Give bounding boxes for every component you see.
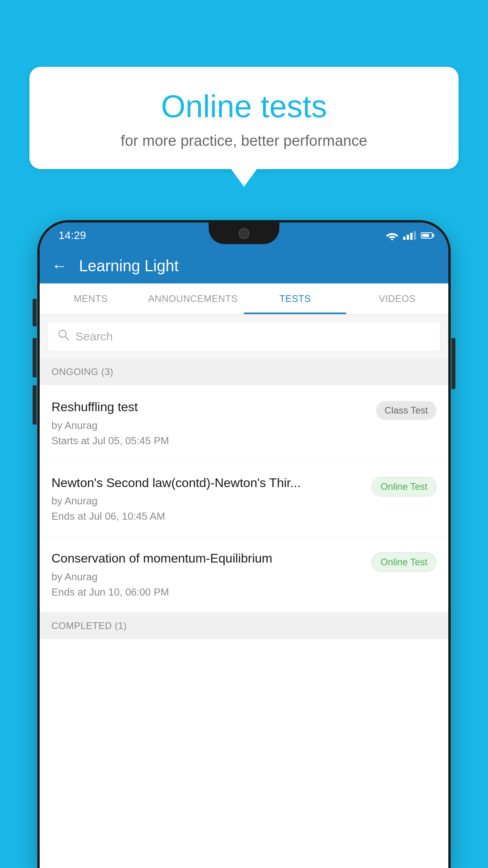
test-item[interactable]: Conservation of momentum-Equilibrium by … — [40, 537, 448, 612]
tabs-container: MENTS ANNOUNCEMENTS TESTS VIDEOS — [40, 283, 448, 314]
tab-videos[interactable]: VIDEOS — [346, 283, 448, 314]
battery-icon — [421, 232, 433, 239]
svg-line-2 — [65, 337, 69, 340]
back-button[interactable]: ← — [51, 257, 67, 275]
tab-tests[interactable]: TESTS — [244, 283, 346, 314]
speech-bubble-title: Online tests — [53, 88, 435, 125]
phone-screen: 14:29 — [40, 223, 448, 868]
test-info: Newton's Second law(contd)-Newton's Thir… — [51, 475, 363, 523]
test-badge-online: Online Test — [371, 552, 437, 572]
app-title: Learning Light — [79, 257, 179, 275]
test-author: by Anurag — [51, 419, 368, 432]
test-badge-online: Online Test — [371, 477, 437, 497]
search-icon — [58, 329, 70, 344]
test-item[interactable]: Newton's Second law(contd)-Newton's Thir… — [40, 461, 448, 537]
wifi-icon — [386, 231, 398, 240]
test-date: Ends at Jun 10, 06:00 PM — [51, 586, 363, 598]
speech-bubble-subtitle: for more practice, better performance — [53, 132, 435, 149]
status-icons — [386, 231, 433, 240]
completed-section-header: COMPLETED (1) — [40, 612, 448, 639]
test-item[interactable]: Reshuffling test by Anurag Starts at Jul… — [40, 385, 448, 461]
phone-frame: 14:29 — [37, 220, 451, 868]
speech-bubble: Online tests for more practice, better p… — [29, 67, 459, 169]
test-info: Reshuffling test by Anurag Starts at Jul… — [51, 399, 368, 447]
phone-btn-volume-up — [33, 338, 37, 377]
ongoing-section-header: ONGOING (3) — [40, 359, 448, 385]
tab-ments[interactable]: MENTS — [40, 283, 142, 314]
test-info: Conservation of momentum-Equilibrium by … — [51, 550, 363, 598]
signal-icon — [403, 231, 416, 240]
test-author: by Anurag — [51, 571, 363, 583]
search-input[interactable]: Search — [75, 330, 113, 343]
app-header: ← Learning Light — [40, 248, 448, 283]
test-author: by Anurag — [51, 495, 363, 507]
phone-btn-volume-down — [33, 385, 37, 425]
test-name: Conservation of momentum-Equilibrium — [51, 550, 363, 567]
svg-point-0 — [391, 238, 393, 240]
phone-btn-power — [451, 338, 455, 389]
search-bar[interactable]: Search — [48, 322, 440, 351]
status-time: 14:29 — [59, 229, 86, 242]
test-name: Newton's Second law(contd)-Newton's Thir… — [51, 475, 363, 491]
phone-content: ← Learning Light MENTS ANNOUNCEMENTS TES… — [40, 248, 448, 868]
phone-camera — [238, 228, 250, 239]
test-date: Ends at Jul 06, 10:45 AM — [51, 510, 363, 522]
test-name: Reshuffling test — [51, 399, 368, 416]
phone-notch — [209, 223, 279, 244]
test-date: Starts at Jul 05, 05:45 PM — [51, 435, 368, 447]
search-container: Search — [40, 314, 448, 359]
tab-announcements[interactable]: ANNOUNCEMENTS — [142, 283, 244, 314]
phone-btn-left — [33, 299, 37, 326]
test-badge-class: Class Test — [376, 401, 437, 420]
test-list: Reshuffling test by Anurag Starts at Jul… — [40, 385, 448, 612]
